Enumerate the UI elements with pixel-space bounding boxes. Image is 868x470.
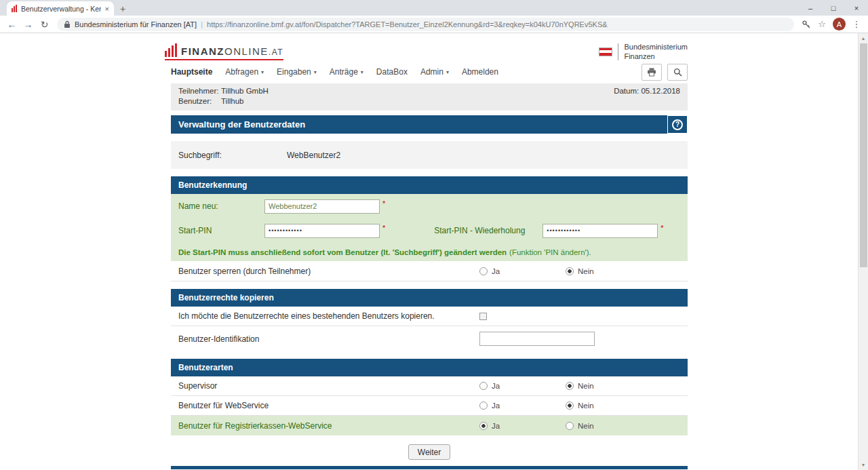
benutzerart-row-supervisor: Supervisor Ja Nein — [171, 376, 688, 396]
finanzonline-favicon — [12, 5, 17, 12]
required-asterisk: * — [382, 199, 385, 208]
radio-option-ja: Ja — [479, 402, 566, 410]
lock-icon — [64, 20, 71, 28]
browser-tab-strip: Benutzerverwaltung - Kennung × + – □ × — [0, 0, 868, 16]
sperren-nein-radio[interactable] — [566, 267, 574, 275]
nein-label: Nein — [578, 382, 594, 390]
registrierkassen-ja-radio[interactable] — [479, 422, 488, 430]
nav-databox[interactable]: DataBox — [376, 67, 408, 77]
supervisor-nein-radio[interactable] — [566, 382, 574, 390]
sperren-ja-radio[interactable] — [479, 267, 488, 275]
rechte-kopieren-label: Ich möchte die Benutzerrechte eines best… — [178, 311, 479, 321]
supervisor-ja-radio[interactable] — [479, 382, 488, 390]
nav-antraege[interactable]: Anträge▾ — [330, 67, 363, 77]
new-tab-button[interactable]: + — [114, 1, 132, 16]
search-button[interactable] — [667, 64, 688, 81]
nav-label: Hauptseite — [171, 67, 212, 77]
page-title: Verwaltung der Benutzerdaten — [178, 119, 305, 130]
nav-abmelden[interactable]: Abmelden — [462, 67, 498, 77]
session-info-bar: Teilnehmer: Tillhub GmbH Benutzer: Tillh… — [171, 83, 688, 111]
webservice-ja-radio[interactable] — [479, 402, 488, 410]
benutzer-label: Benutzer: — [178, 97, 221, 106]
radio-option-nein: Nein — [566, 267, 652, 275]
nein-label: Nein — [578, 422, 594, 430]
ministry-divider — [618, 43, 618, 60]
forward-button[interactable]: → — [21, 19, 35, 30]
chevron-down-icon: ▾ — [446, 69, 449, 75]
nav-hauptseite[interactable]: Hauptseite — [171, 67, 212, 77]
teilnehmer-label: Teilnehmer: — [178, 87, 221, 96]
ja-label: Ja — [492, 422, 500, 430]
back-button[interactable]: ← — [5, 19, 19, 30]
tab-close-icon[interactable]: × — [105, 5, 109, 13]
registrierkassen-nein-radio[interactable] — [566, 422, 574, 430]
password-key-icon[interactable] — [800, 20, 813, 29]
nav-label: DataBox — [376, 67, 408, 77]
benutzer-identifikation-input[interactable] — [479, 332, 595, 346]
next-section-header-partial — [171, 466, 688, 469]
registrierkassen-radio-group: Ja Nein — [479, 422, 680, 430]
page-title-bar: Verwaltung der Benutzerdaten ? — [171, 115, 688, 134]
webservice-nein-radio[interactable] — [566, 402, 574, 410]
window-close-button[interactable]: × — [845, 0, 868, 16]
supervisor-label: Supervisor — [178, 381, 479, 391]
checkbox-cell — [479, 313, 566, 320]
finanzonline-page: FINANZONLINE.AT Bundesministerium Finanz… — [171, 33, 688, 469]
reload-button[interactable]: ↻ — [37, 19, 52, 30]
radio-option-nein: Nein — [566, 402, 652, 410]
url-separator: | — [201, 20, 203, 28]
ja-label: Ja — [492, 382, 500, 390]
start-pin-label: Start-PIN — [178, 226, 264, 235]
profile-avatar[interactable]: A — [833, 18, 846, 31]
section-benutzerarten: Benutzerarten Supervisor Ja Nein Benutze… — [171, 359, 688, 435]
benutzer-identifikation-row: Benutzer-Identifikation — [171, 326, 688, 351]
browser-tab[interactable]: Benutzerverwaltung - Kennung × — [7, 1, 114, 16]
webservice-label: Benutzer für WebService — [178, 401, 479, 410]
start-pin-row: Start-PIN * Start-PIN - Wiederholung * — [171, 218, 688, 243]
benutzer-identifikation-label: Benutzer-Identifikation — [178, 334, 479, 344]
nav-eingaben[interactable]: Eingaben▾ — [277, 67, 317, 77]
pin-hint-bold: Die Start-PIN muss anschließend sofort v… — [178, 248, 507, 256]
address-bar[interactable]: Bundesministerium für Finanzen [AT] | ht… — [57, 18, 794, 31]
sperren-label: Benutzer sperren (durch Teilnehmer) — [178, 267, 479, 276]
nav-abfragen[interactable]: Abfragen▾ — [225, 67, 264, 77]
suchbegriff-label: Suchbegriff: — [178, 151, 287, 160]
browser-toolbar: ← → ↻ Bundesministerium für Finanzen [AT… — [0, 16, 868, 33]
logo-online: ONLINE — [224, 45, 269, 57]
print-button[interactable] — [642, 64, 662, 81]
rechte-kopieren-checkbox[interactable] — [479, 313, 487, 320]
main-navigation: Hauptseite Abfragen▾ Eingaben▾ Anträge▾ … — [171, 62, 688, 82]
help-button[interactable]: ? — [667, 115, 688, 134]
bookmark-star-icon[interactable]: ☆ — [815, 19, 829, 29]
start-pin-wiederholung-label: Start-PIN - Wiederholung — [434, 226, 542, 235]
finanzonline-logo[interactable]: FINANZONLINE.AT — [165, 43, 283, 60]
radio-option-nein: Nein — [566, 382, 652, 390]
session-info: Teilnehmer: Tillhub GmbH Benutzer: Tillh… — [178, 87, 614, 107]
suchbegriff-value: WebBenutzer2 — [287, 151, 340, 160]
start-pin-wiederholung-input[interactable] — [542, 224, 658, 238]
ministry-text: Bundesministerium Finanzen — [624, 42, 688, 62]
weiter-button[interactable]: Weiter — [408, 444, 450, 460]
scroll-down-arrow[interactable]: ▼ — [859, 460, 868, 470]
scroll-up-arrow[interactable]: ▲ — [859, 33, 868, 43]
page-viewport: FINANZONLINE.AT Bundesministerium Finanz… — [0, 33, 868, 470]
teilnehmer-value: Tillhub GmbH — [221, 87, 269, 96]
webservice-radio-group: Ja Nein — [479, 402, 680, 410]
start-pin-input[interactable] — [264, 224, 380, 238]
identifikation-input-cell — [479, 332, 680, 346]
radio-option-ja: Ja — [479, 267, 566, 275]
scrollbar-thumb[interactable] — [860, 43, 867, 267]
browser-menu-icon[interactable]: ⋮ — [850, 19, 863, 29]
window-maximize-button[interactable]: □ — [822, 0, 845, 16]
nav-label: Eingaben — [277, 67, 311, 77]
help-icon: ? — [672, 119, 683, 130]
nav-label: Abmelden — [462, 67, 498, 77]
page-scrollbar[interactable]: ▲ ▼ — [858, 33, 868, 470]
sperren-row: Benutzer sperren (durch Teilnehmer) Ja N… — [171, 261, 688, 281]
name-neu-input[interactable] — [264, 199, 380, 214]
ministry-line1: Bundesministerium — [624, 42, 688, 52]
rechte-kopieren-controls — [479, 313, 680, 320]
nein-label: Nein — [578, 267, 594, 275]
window-minimize-button[interactable]: – — [799, 0, 822, 16]
nav-admin[interactable]: Admin▾ — [420, 67, 449, 77]
